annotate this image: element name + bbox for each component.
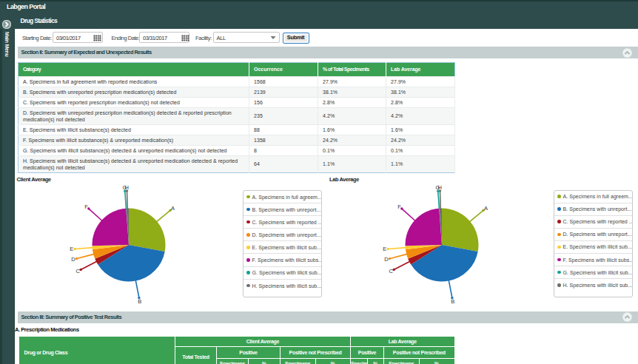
svg-text:H: H [437, 184, 441, 191]
svg-text:B: B [451, 298, 454, 305]
svg-text:H: H [124, 184, 128, 191]
svg-text:E: E [383, 246, 386, 252]
svg-text:F: F [397, 203, 401, 210]
svg-text:A: A [484, 205, 488, 212]
svg-text:F: F [84, 203, 88, 210]
svg-text:E: E [70, 246, 73, 252]
svg-text:C: C [389, 268, 393, 274]
svg-text:D: D [71, 256, 75, 263]
svg-text:B: B [138, 298, 141, 305]
svg-text:A: A [171, 205, 175, 212]
svg-text:C: C [75, 268, 80, 274]
svg-text:D: D [384, 256, 389, 263]
